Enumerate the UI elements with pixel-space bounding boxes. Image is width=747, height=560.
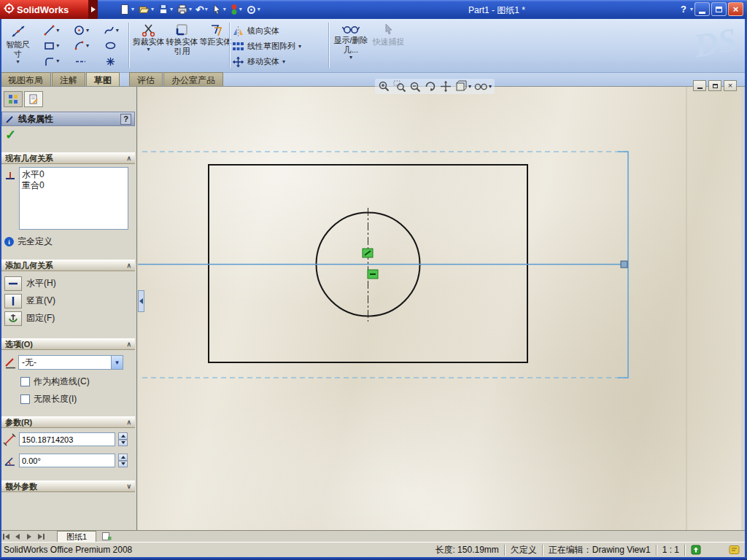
open-file-button[interactable]: ▾ (137, 2, 155, 17)
restore-button[interactable] (711, 2, 727, 16)
close-button[interactable]: × (728, 2, 743, 16)
print-button[interactable]: ▾ (176, 2, 193, 17)
dropdown-icon[interactable]: ▾ (189, 7, 192, 12)
tab-view-layout[interactable]: 视图布局 (0, 72, 51, 86)
length-input[interactable] (19, 432, 115, 446)
rectangle-tool-button[interactable]: ▾ (36, 38, 66, 53)
linear-pattern-button[interactable]: 线性草图阵列 ▾ (232, 39, 301, 54)
construction-line-row[interactable]: 作为构造线(C) (20, 376, 90, 387)
dropdown-icon[interactable]: ▾ (282, 59, 285, 65)
undo-button[interactable]: ↶▾ (195, 2, 209, 17)
zoom-in-out-button[interactable] (409, 80, 422, 93)
add-sheet-button[interactable] (99, 531, 114, 542)
line-style-combobox[interactable]: -无- ▾ (18, 355, 123, 370)
fillet-tool-button[interactable]: ▾ (36, 54, 66, 69)
sheet-tab-active[interactable]: 图纸1 (57, 531, 96, 542)
spline-tool-button[interactable]: ▾ (96, 23, 125, 38)
pan-button[interactable] (439, 80, 452, 93)
chevron-up-icon[interactable]: ∧ (126, 419, 131, 426)
minimize-button[interactable] (694, 2, 710, 16)
dropdown-icon[interactable]: ▾ (489, 84, 492, 90)
smart-dimension-button[interactable]: 智能尺寸 ▾ (2, 23, 34, 69)
point-tool-button[interactable] (96, 54, 125, 69)
doc-close-button[interactable]: × (724, 80, 737, 91)
doc-minimize-button[interactable] (693, 80, 706, 91)
ellipse-tool-button[interactable] (96, 38, 125, 53)
save-button[interactable]: ▾ (157, 2, 174, 17)
panel-collapse-handle[interactable] (138, 290, 144, 312)
dropdown-icon[interactable]: ▾ (170, 7, 173, 12)
options-button[interactable]: ▾ (245, 2, 261, 17)
drawing-canvas[interactable] (138, 87, 741, 530)
rebuild-button[interactable]: ▾ (229, 2, 243, 17)
arc-tool-button[interactable]: ▾ (66, 38, 96, 53)
dropdown-icon[interactable]: ▾ (131, 7, 134, 12)
first-sheet-button[interactable] (0, 532, 12, 542)
coincident-relation-marker[interactable] (363, 249, 373, 257)
offset-entities-button[interactable]: 等距实体 (199, 23, 232, 69)
new-file-button[interactable]: ▾ (118, 2, 135, 17)
extra-parameters-header[interactable]: 额外参数 ∨ (1, 481, 135, 492)
line-tool-button[interactable]: ▾ (36, 23, 66, 38)
convert-entities-button[interactable]: 转换实体引用 (166, 23, 198, 69)
property-manager-tab[interactable] (24, 91, 43, 107)
construction-line-checkbox[interactable] (20, 377, 30, 386)
chevron-up-icon[interactable]: ∧ (126, 155, 131, 162)
logo-expand-button[interactable] (88, 0, 98, 19)
tab-sketch[interactable]: 草图 (86, 72, 120, 86)
dropdown-icon[interactable]: ▾ (349, 55, 352, 61)
sketch-status-icon[interactable] (691, 545, 701, 555)
dropdown-icon[interactable]: ▾ (147, 47, 150, 52)
previous-sheet-button[interactable] (12, 532, 23, 542)
spin-up-icon[interactable] (118, 432, 128, 440)
fix-relation-button[interactable]: 固定(F) (4, 311, 55, 326)
vertical-relation-button[interactable]: 竖直(V) (4, 293, 55, 308)
parameters-header[interactable]: 参数(R) ∧ (1, 416, 135, 428)
quick-tips-icon[interactable] (729, 545, 740, 555)
help-button[interactable]: ? (679, 4, 688, 15)
options-header[interactable]: 选项(O) ∧ (1, 338, 135, 350)
chevron-down-icon[interactable]: ∨ (126, 483, 131, 490)
rotate-view-button[interactable] (424, 80, 437, 93)
help-dropdown-icon[interactable]: ▾ (690, 7, 693, 12)
spin-down-icon[interactable] (118, 461, 128, 468)
angle-spinner[interactable] (118, 454, 128, 467)
last-sheet-button[interactable] (35, 532, 47, 542)
display-delete-relations-button[interactable]: 显示/删除几... ▾ (333, 23, 369, 69)
display-style-button[interactable]: ▾ (454, 80, 471, 93)
dropdown-icon[interactable]: ▾ (151, 7, 154, 12)
dropdown-icon[interactable]: ▾ (258, 7, 260, 12)
dropdown-icon[interactable]: ▾ (56, 43, 59, 49)
dropdown-icon[interactable]: ▾ (205, 7, 208, 12)
existing-relations-list[interactable]: 水平0 重合0 (19, 167, 128, 230)
chevron-up-icon[interactable]: ∧ (126, 341, 131, 348)
accept-button[interactable]: ✓ (5, 128, 16, 141)
feature-manager-tab[interactable] (4, 91, 23, 107)
mirror-entities-button[interactable]: 镜向实体 (232, 23, 279, 39)
spin-up-icon[interactable] (118, 454, 128, 461)
pm-help-button[interactable]: ? (120, 114, 131, 125)
tab-annotation[interactable]: 注解 (52, 72, 85, 86)
line-endpoint-handle[interactable] (621, 261, 627, 268)
dropdown-icon[interactable]: ▾ (116, 28, 119, 34)
dropdown-icon[interactable]: ▾ (298, 44, 301, 50)
hide-show-items-button[interactable]: ▾ (473, 81, 492, 92)
trim-entities-button[interactable]: 剪裁实体 ▾ (132, 23, 165, 69)
circle-tool-button[interactable]: ▾ (66, 23, 96, 38)
next-sheet-button[interactable] (23, 532, 35, 542)
dropdown-icon[interactable]: ▾ (468, 84, 471, 90)
relation-item[interactable]: 重合0 (22, 180, 125, 191)
doc-restore-button[interactable] (708, 80, 721, 91)
infinite-length-row[interactable]: 无限长度(I) (20, 393, 77, 405)
tab-office-products[interactable]: 办公室产品 (163, 72, 223, 86)
quick-snap-button[interactable]: 快速捕捉 (372, 23, 405, 69)
dropdown-icon[interactable]: ▾ (86, 43, 89, 49)
length-spinner[interactable] (118, 432, 128, 446)
horizontal-relation-marker[interactable] (368, 270, 378, 279)
dropdown-icon[interactable]: ▾ (86, 28, 89, 34)
add-relations-header[interactable]: 添加几何关系 ∧ (1, 260, 135, 271)
dropdown-icon[interactable]: ▾ (56, 28, 59, 34)
chevron-up-icon[interactable]: ∧ (126, 262, 131, 269)
horizontal-relation-button[interactable]: 水平(H) (4, 276, 56, 291)
existing-relations-header[interactable]: 现有几何关系 ∧ (1, 152, 135, 164)
